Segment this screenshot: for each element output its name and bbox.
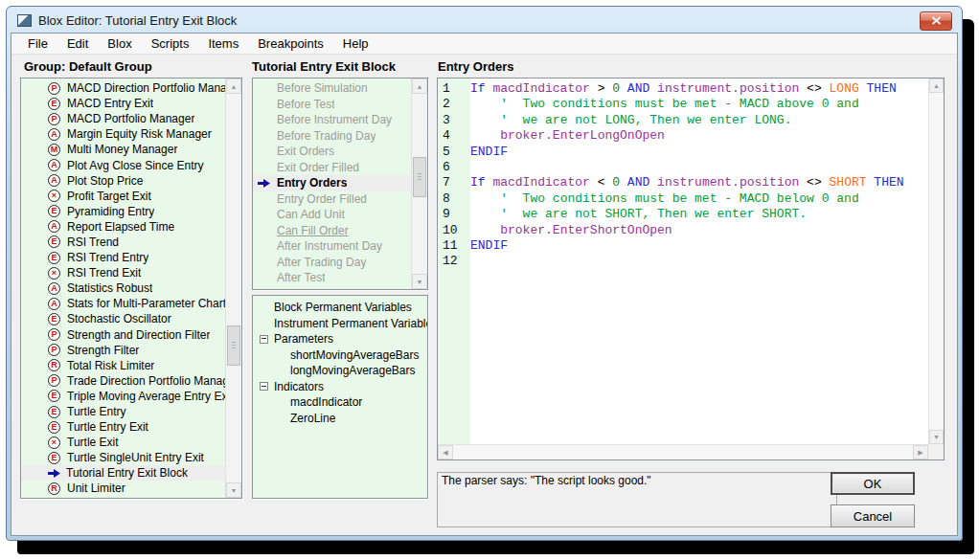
block-list-item[interactable]: RTotal Risk Limiter: [21, 358, 225, 373]
block-list-item[interactable]: AStatistics Robust: [21, 280, 225, 296]
code-line[interactable]: 5ENDIF: [438, 145, 928, 160]
block-list-item[interactable]: MMulti Money Manager: [21, 142, 225, 157]
block-list-item[interactable]: ERSI Trend: [21, 235, 225, 250]
code-line[interactable]: 11ENDIF: [438, 238, 928, 254]
code-line[interactable]: 10 broker.EnterShortOnOpen: [438, 223, 928, 238]
script-list-item[interactable]: After Trading Day: [253, 255, 411, 271]
tree-item[interactable]: ZeroLine: [253, 411, 427, 427]
script-list-item[interactable]: Can Add Unit: [253, 207, 411, 223]
block-list-item[interactable]: PStrength Filter: [21, 343, 225, 358]
menu-edit[interactable]: Edit: [57, 34, 98, 53]
block-type-icon: P: [48, 374, 60, 387]
script-list-item[interactable]: Exit Orders: [253, 144, 411, 160]
block-list-item[interactable]: ETurtle Entry Exit: [21, 419, 225, 435]
block-list-scrollbar[interactable]: ▲ ▼: [225, 78, 241, 498]
script-list-item[interactable]: After Test: [253, 270, 411, 286]
block-list-item[interactable]: ETurtle Entry: [21, 404, 225, 419]
code-line[interactable]: 8 ' Two conditions must be met - MACD be…: [438, 191, 928, 207]
scroll-up-button[interactable]: ▲: [226, 78, 241, 94]
block-list-item[interactable]: PStrength and Direction Filter: [21, 327, 225, 343]
script-list-item[interactable]: Before Simulation: [253, 80, 411, 97]
menu-scripts[interactable]: Scripts: [142, 34, 199, 53]
code-line[interactable]: 3 ' we are not LONG, Then we enter LONG.: [438, 113, 928, 128]
close-button[interactable]: [920, 11, 952, 31]
code-text: ' we are not SHORT, Then we enter SHORT.: [470, 207, 807, 222]
tree-item[interactable]: Indicators: [253, 379, 427, 395]
script-list-item[interactable]: Before Test: [253, 97, 411, 113]
script-list-item[interactable]: Before Instrument Day: [253, 112, 411, 128]
menu-items[interactable]: Items: [198, 34, 248, 53]
tree-item[interactable]: Instrument Permanent Variables: [253, 316, 427, 332]
code-line[interactable]: 7If macdIndicator < 0 AND instrument.pos…: [438, 175, 928, 190]
title-bar[interactable]: Blox Editor: Tutorial Entry Exit Block: [11, 10, 958, 32]
block-list-item[interactable]: AStats for Multi-Parameter Charts: [21, 296, 225, 311]
ok-button[interactable]: OK: [831, 472, 915, 495]
scroll-thumb[interactable]: [227, 325, 240, 366]
tree-item[interactable]: Parameters: [253, 331, 427, 347]
collapse-expander-icon[interactable]: [260, 335, 268, 344]
tree-item[interactable]: Block Permanent Variables: [253, 300, 427, 316]
block-list-item[interactable]: PMACD Portfolio Manager: [21, 111, 225, 126]
tree-label: shortMovingAverageBars: [290, 348, 420, 362]
tree-item[interactable]: longMovingAverageBars: [253, 363, 427, 379]
script-label: After Trading Day: [277, 256, 366, 269]
menu-file[interactable]: File: [18, 34, 57, 53]
block-list-item[interactable]: ETurtle SingleUnit Entry Exit: [21, 450, 225, 465]
menu-breakpoints[interactable]: Breakpoints: [248, 34, 333, 53]
block-list-item[interactable]: ×Profit Target Exit: [21, 189, 225, 204]
line-number: 9: [438, 207, 470, 222]
code-lines: 1If macdIndicator > 0 AND instrument.pos…: [438, 81, 928, 444]
scroll-down-button[interactable]: ▼: [929, 430, 944, 444]
block-list-item[interactable]: APlot Avg Close Since Entry: [21, 157, 225, 172]
block-type-icon: R: [48, 359, 60, 371]
script-list-item[interactable]: Entry Order Filled: [253, 191, 411, 208]
tree-label: Indicators: [274, 380, 324, 393]
block-list-item[interactable]: AReport Elapsed Time: [21, 219, 225, 235]
scroll-up-button[interactable]: ▲: [412, 78, 427, 94]
block-list-item[interactable]: EPyramiding Entry: [21, 204, 225, 219]
scripts-list-scrollbar[interactable]: ▲ ▼: [411, 78, 427, 289]
workspace: Group: Default Group PMACD Direction Por…: [11, 55, 957, 535]
menu-help[interactable]: Help: [333, 34, 378, 53]
code-line[interactable]: 12: [438, 254, 928, 269]
tree-label: macdIndicator: [290, 395, 362, 409]
block-list-item[interactable]: APlot Stop Price: [21, 173, 225, 189]
close-icon: [931, 16, 942, 25]
script-list-item[interactable]: Exit Order Filled: [253, 160, 411, 176]
block-list-item[interactable]: EStochastic Oscillator: [21, 311, 225, 326]
scroll-right-button[interactable]: ▶: [913, 445, 928, 459]
block-list-item[interactable]: EMACD Entry Exit: [21, 96, 225, 111]
code-line[interactable]: 4 broker.EnterLongOnOpen: [438, 128, 928, 144]
block-list-item[interactable]: PMACD Direction Portfolio Manager: [21, 80, 225, 96]
scroll-thumb[interactable]: [413, 157, 426, 197]
tree-item[interactable]: macdIndicator: [253, 394, 427, 411]
scroll-left-button[interactable]: ◀: [438, 445, 453, 459]
scroll-down-button[interactable]: ▼: [412, 274, 427, 289]
block-list-item[interactable]: Tutorial Entry Exit Block: [21, 465, 225, 481]
code-line[interactable]: 9 ' we are not SHORT, Then we enter SHOR…: [438, 207, 928, 222]
cancel-button[interactable]: Cancel: [831, 504, 915, 527]
line-number: 7: [438, 175, 470, 190]
editor-vertical-scrollbar[interactable]: ▲ ▼: [928, 78, 944, 444]
code-editor[interactable]: 1If macdIndicator > 0 AND instrument.pos…: [437, 78, 945, 460]
block-list-item[interactable]: ETriple Moving Average Entry Exit: [21, 389, 225, 404]
editor-horizontal-scrollbar[interactable]: ◀ ▶: [438, 444, 928, 459]
script-list-item[interactable]: Can Fill Order: [253, 223, 411, 239]
tree-item[interactable]: shortMovingAverageBars: [253, 347, 427, 364]
block-list-item[interactable]: ×Turtle Exit: [21, 435, 225, 450]
block-list-item[interactable]: AMargin Equity Risk Manager: [21, 126, 225, 142]
block-list-item[interactable]: ERSI Trend Entry: [21, 250, 225, 265]
script-list-item[interactable]: Entry Orders: [253, 175, 411, 191]
code-line[interactable]: 6: [438, 160, 928, 175]
script-list-item[interactable]: After Instrument Day: [253, 238, 411, 255]
code-line[interactable]: 2 ' Two conditions must be met - MACD ab…: [438, 97, 928, 112]
script-list-item[interactable]: Before Trading Day: [253, 128, 411, 145]
block-list-item[interactable]: PTrade Direction Portfolio Manager: [21, 373, 225, 389]
menu-blox[interactable]: Blox: [98, 34, 141, 53]
scroll-down-button[interactable]: ▼: [226, 482, 241, 498]
block-list-item[interactable]: RUnit Limiter: [21, 481, 225, 496]
code-line[interactable]: 1If macdIndicator > 0 AND instrument.pos…: [438, 81, 928, 97]
scroll-up-button[interactable]: ▲: [929, 78, 944, 93]
block-list-item[interactable]: ×RSI Trend Exit: [21, 265, 225, 280]
collapse-expander-icon[interactable]: [260, 382, 268, 391]
